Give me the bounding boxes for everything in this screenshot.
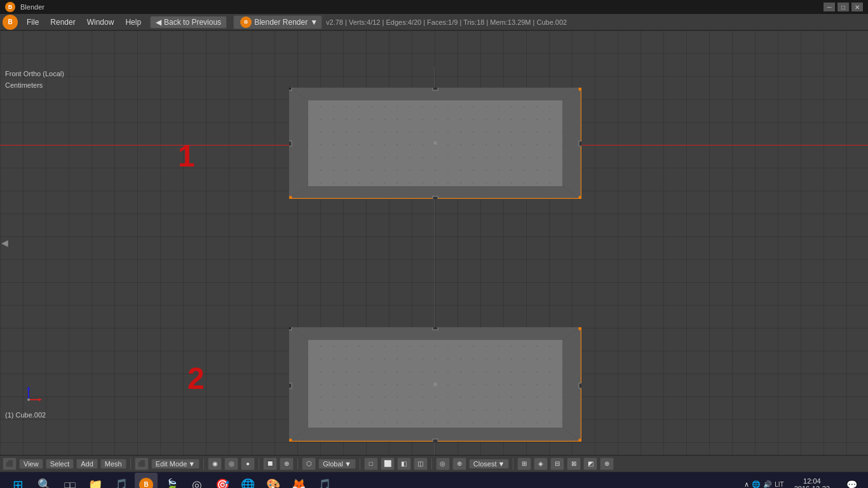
svg-marker-39 [27,387,31,390]
tool-btn2[interactable]: ⊠ [567,458,581,470]
music-icon[interactable]: 🎵 [109,473,132,489]
browser-icon[interactable]: 🌐 [236,473,259,489]
left-panel-toggle[interactable]: ◀ [0,235,10,250]
tool-btn3[interactable]: ◩ [583,458,597,470]
render-menu[interactable]: Render [45,17,80,28]
separator4 [297,458,298,470]
mesh-button[interactable]: Mesh [100,459,126,469]
svg-rect-15 [289,141,292,146]
select-button[interactable]: Select [46,459,74,469]
viewport-icon-btn[interactable]: ⬛ [3,458,17,470]
shading-render-btn[interactable]: ● [241,458,255,470]
occlude-btn[interactable]: ◧ [397,458,411,470]
proportional-edit[interactable]: ◎ [436,458,450,470]
separator1 [130,458,131,470]
edit-mode-dropdown[interactable]: Edit Mode ▼ [151,459,200,469]
tool-btn4[interactable]: ⊕ [600,458,614,470]
apps-icon[interactable]: 🎯 [211,473,234,489]
svg-rect-28 [579,327,581,330]
svg-rect-10 [579,88,581,90]
file-explorer-icon[interactable]: 📁 [84,473,107,489]
network-icon: 🌐 [752,480,761,488]
paint-icon[interactable]: 🎨 [262,473,285,489]
unity-icon[interactable]: ◎ [186,473,208,489]
global-label: Global [323,460,343,468]
window-menu[interactable]: Window [82,17,119,28]
blender-taskbar-icon[interactable]: B [135,473,158,489]
svg-rect-30 [579,439,581,442]
notifications-icon[interactable]: 💬 [840,473,863,489]
maximize-button[interactable]: □ [837,3,849,11]
back-to-previous-button[interactable]: ◀ Back to Previous [150,16,227,29]
shading-wire-btn[interactable]: ◎ [224,458,238,470]
menu-bar: B File Render Window Help ◀ Back to Prev… [0,14,868,30]
svg-rect-14 [433,196,438,199]
svg-rect-32 [433,439,438,442]
shading-solid-btn[interactable]: ◉ [208,458,222,470]
itunes-icon[interactable]: 🎵 [313,473,336,489]
xray-toggle[interactable]: ◈ [534,458,548,470]
clock-time: 12:04 [794,477,830,485]
taskbar: ⊞ 🔍 □□ 📁 🎵 B 🍃 ◎ 🎯 🌐 🎨 🦊 🎵 ∧ 🌐 🔊 LIT 12:… [0,471,868,488]
svg-rect-12 [579,196,581,199]
view-mode-label: Front Ortho (Local) [5,69,64,80]
windows-logo: ⊞ [13,477,24,489]
edit-mode-label: Edit Mode [156,460,187,468]
render-engine-dropdown[interactable]: B Blender Render ▼ [233,15,322,29]
search-taskbar-icon[interactable]: 🔍 [33,473,56,489]
bottom-toolbar: ⬛ View Select Add Mesh ⬛ Edit Mode ▼ ◉ ◎… [0,455,868,471]
taskbar-right: ∧ 🌐 🔊 LIT 12:04 2016-12-23 💬 [744,473,863,489]
mode-icon[interactable]: ⬛ [135,458,149,470]
render-engine-label: Blender Render [254,18,308,27]
wire-btn[interactable]: ⬜ [381,458,395,470]
file-menu[interactable]: File [22,17,44,28]
clock-widget[interactable]: 12:04 2016-12-23 [789,477,835,489]
object2-number: 2 [187,361,205,396]
svg-rect-33 [289,383,292,388]
svg-point-35 [433,383,437,386]
lit-label: LIT [775,481,783,488]
back-icon: ◀ [156,18,161,27]
xray-btn[interactable]: □ [364,458,378,470]
viewport-label: Front Ortho (Local) Centimeters [5,69,64,91]
close-button[interactable]: ✕ [851,3,863,11]
start-button[interactable]: ⊞ [5,473,31,489]
closest-chevron: ▼ [498,460,505,468]
epic-icon[interactable]: 🍃 [160,473,183,489]
svg-rect-9 [289,88,292,90]
help-menu[interactable]: Help [120,17,146,28]
tool-btn1[interactable]: ⊟ [550,458,564,470]
svg-rect-34 [579,383,581,388]
clock-date: 2016-12-23 [794,485,830,489]
volume-icon[interactable]: 🔊 [763,480,772,488]
snap-target[interactable]: ⊕ [452,458,466,470]
object-name-label: (1) Cube.002 [5,411,46,419]
svg-rect-31 [433,327,438,330]
firefox-icon[interactable]: 🦊 [287,473,310,489]
task-view-icon[interactable]: □□ [58,473,81,489]
status-text: v2.78 | Verts:4/12 | Edges:4/20 | Faces:… [326,18,865,26]
blender-title-icon: B [5,2,15,12]
dropdown-chevron: ▼ [310,18,318,27]
pivot-icon[interactable]: ⬡ [302,458,316,470]
separator6 [431,458,432,470]
sys-tray: ∧ 🌐 🔊 LIT [744,480,783,488]
axis-indicator [22,381,48,407]
window-controls: ─ □ ✕ [824,3,863,11]
blender-logo: B [3,15,18,30]
mesh1-container [289,88,581,199]
closest-dropdown[interactable]: Closest ▼ [469,459,510,469]
tray-chevron[interactable]: ∧ [744,480,749,488]
minimize-button[interactable]: ─ [824,3,835,11]
add-button[interactable]: Add [76,459,98,469]
back-to-previous-label: Back to Previous [164,18,221,27]
view-button[interactable]: View [19,459,43,469]
snap-magnet-btn[interactable]: 🔲 [263,458,277,470]
render-engine-icon: B [240,17,252,28]
global-chevron: ▼ [344,460,351,468]
global-dropdown[interactable]: Global ▼ [318,459,356,469]
sculpt-btn[interactable]: ◫ [414,458,428,470]
viewport[interactable]: Front Ortho (Local) Centimeters ◀ 1 2 [0,30,868,455]
pivot-btn[interactable]: ⊕ [280,458,294,470]
overlay-btn[interactable]: ⊞ [517,458,531,470]
